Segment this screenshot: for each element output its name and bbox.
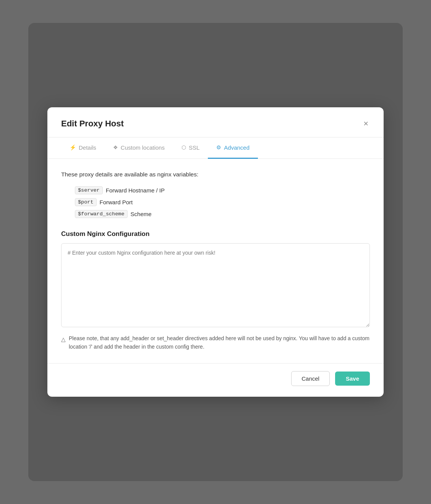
warning-icon: △ [61, 335, 66, 344]
bolt-icon: ⚡ [70, 144, 76, 150]
warning-text: Please note, that any add_header or set_… [69, 334, 370, 351]
variable-port-code: $port [75, 198, 97, 206]
tab-ssl-label: SSL [189, 144, 199, 151]
tabs-bar: ⚡ Details ❖ Custom locations ⬡ SSL ⚙ Adv… [47, 137, 384, 159]
variable-server-desc: Forward Hostname / IP [106, 187, 165, 194]
config-textarea[interactable] [61, 243, 370, 327]
modal-header: Edit Proxy Host × [47, 107, 384, 137]
tab-advanced-label: Advanced [224, 144, 250, 151]
cancel-button[interactable]: Cancel [291, 371, 330, 386]
save-button[interactable]: Save [335, 372, 370, 386]
layers-icon: ❖ [113, 144, 118, 150]
modal-body: These proxy details are available as ngi… [47, 159, 384, 363]
tab-details[interactable]: ⚡ Details [61, 137, 105, 159]
close-button[interactable]: × [362, 118, 370, 129]
modal-dialog: Edit Proxy Host × ⚡ Details ❖ Custom loc… [47, 107, 384, 397]
warning-container: △ Please note, that any add_header or se… [61, 334, 370, 351]
tab-custom-locations[interactable]: ❖ Custom locations [105, 137, 173, 159]
shield-icon: ⬡ [181, 144, 186, 150]
tab-ssl[interactable]: ⬡ SSL [173, 137, 208, 159]
variable-port-desc: Forward Port [100, 199, 133, 205]
gear-icon: ⚙ [216, 144, 221, 150]
tab-details-label: Details [79, 144, 96, 151]
variable-scheme-code: $forward_scheme [75, 210, 128, 218]
modal-title: Edit Proxy Host [61, 119, 124, 129]
list-item: $server Forward Hostname / IP [75, 186, 370, 194]
tab-advanced[interactable]: ⚙ Advanced [208, 137, 258, 159]
modal-backdrop: Edit Proxy Host × ⚡ Details ❖ Custom loc… [28, 23, 403, 481]
variable-scheme-desc: Scheme [131, 211, 152, 217]
list-item: $port Forward Port [75, 198, 370, 206]
config-section-title: Custom Nginx Configuration [61, 230, 370, 238]
info-text: These proxy details are available as ngi… [61, 171, 370, 178]
tab-custom-locations-label: Custom locations [121, 144, 165, 151]
list-item: $forward_scheme Scheme [75, 210, 370, 218]
modal-footer: Cancel Save [47, 363, 384, 397]
variables-list: $server Forward Hostname / IP $port Forw… [61, 186, 370, 218]
variable-server-code: $server [75, 186, 103, 194]
